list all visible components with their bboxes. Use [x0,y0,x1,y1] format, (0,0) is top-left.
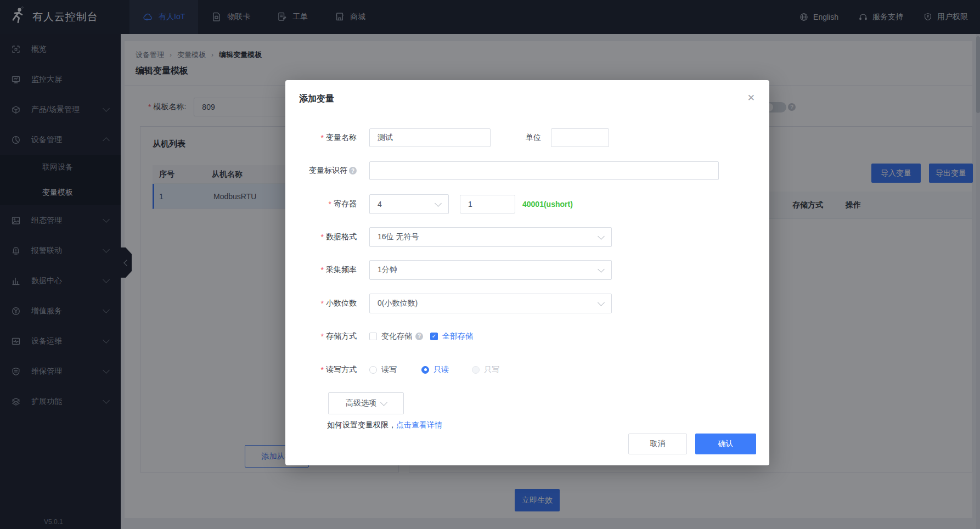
permission-hint: 如何设置变量权限，点击查看详情 [327,420,442,430]
data-format-label: *数据格式 [298,232,357,242]
identifier-label: 变量标识符? [298,166,357,176]
variable-name-label: *变量名称 [298,133,357,143]
required-star: * [321,266,324,274]
read-only-radio[interactable] [421,366,429,374]
decimals-select[interactable]: 0(小数位数) [369,294,612,313]
chevron-down-icon [598,266,605,273]
register-hint: 40001(ushort) [522,200,573,209]
chevron-down-icon [435,200,442,207]
required-star: * [321,332,324,341]
unit-input[interactable] [551,128,609,147]
identifier-row: 变量标识符? [298,161,719,181]
all-storage-label: 全部存储 [442,331,473,341]
all-storage-checkbox[interactable]: ✓ [430,333,438,340]
advanced-options-button[interactable]: 高级选项 [328,392,404,414]
storage-mode-label: *存储方式 [298,331,357,341]
write-only-radio[interactable] [472,366,480,374]
close-icon[interactable]: ✕ [747,93,755,103]
view-details-link[interactable]: 点击查看详情 [396,420,442,429]
add-variable-modal: 添加变量 ✕ *变量名称 单位 变量标识符? *寄存器 4 40001(usho… [285,80,769,465]
required-star: * [321,133,324,142]
frequency-row: *采集频率 1分钟 [298,260,612,280]
write-only-label: 只写 [484,365,499,375]
register-address-input[interactable] [460,195,515,213]
frequency-label: *采集频率 [298,265,357,275]
variable-name-row: *变量名称 单位 [298,128,609,148]
help-question-icon[interactable]: ? [349,167,357,175]
decimals-row: *小数位数 0(小数位数) [298,294,612,313]
chevron-down-icon [598,233,605,240]
frequency-select[interactable]: 1分钟 [369,260,612,280]
change-storage-label: 变化存储 [381,331,412,341]
variable-name-input[interactable] [369,128,491,147]
rw-mode-row: *读写方式 读写 只读 只写 [298,361,499,379]
chevron-down-icon [380,399,387,406]
register-label: *寄存器 [298,199,357,209]
check-icon: ✓ [432,333,436,339]
register-row: *寄存器 4 40001(ushort) [298,194,573,214]
read-write-radio[interactable] [369,366,377,374]
help-question-icon[interactable]: ? [415,333,423,340]
decimals-label: *小数位数 [298,299,357,308]
read-write-label: 读写 [381,365,397,375]
required-star: * [321,299,324,308]
confirm-button[interactable]: 确认 [695,434,756,454]
read-only-label: 只读 [433,365,449,375]
change-storage-checkbox[interactable] [369,333,377,340]
cancel-button[interactable]: 取消 [628,434,687,454]
modal-title: 添加变量 [299,93,334,105]
required-star: * [321,233,324,241]
register-type-select[interactable]: 4 [369,194,449,214]
data-format-select[interactable]: 16位 无符号 [369,227,612,247]
chevron-down-icon [598,299,605,306]
identifier-input[interactable] [369,161,719,180]
rw-mode-label: *读写方式 [298,365,357,375]
required-star: * [321,365,324,374]
data-format-row: *数据格式 16位 无符号 [298,227,612,247]
unit-label: 单位 [526,133,541,143]
storage-mode-row: *存储方式 变化存储 ? ✓ 全部存储 [298,327,473,345]
required-star: * [329,200,331,209]
